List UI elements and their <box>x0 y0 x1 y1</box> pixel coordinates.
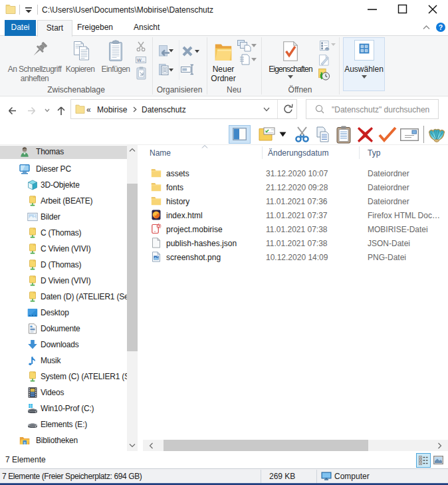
svg-text:?: ? <box>439 23 443 31</box>
svg-text:W...: W... <box>137 58 145 63</box>
